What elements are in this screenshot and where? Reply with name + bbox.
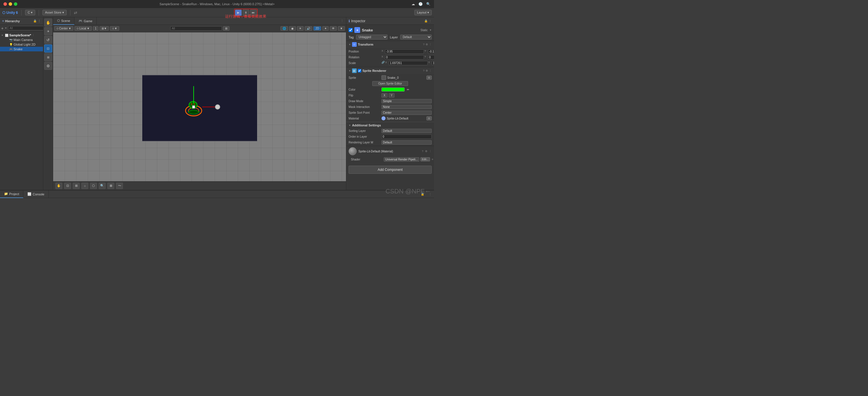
shader-edit-button[interactable]: Edit... bbox=[421, 157, 430, 161]
scene-more-icon[interactable]: ⋮ bbox=[338, 19, 346, 23]
sorting-layer-select[interactable]: Default bbox=[381, 129, 432, 133]
center-dropdown[interactable]: ⊹ Center ▼ bbox=[54, 26, 73, 31]
color-swatch[interactable] bbox=[381, 87, 405, 91]
bottom-more-icon[interactable]: ⋮ bbox=[427, 192, 434, 196]
tab-console[interactable]: ⬜ Console bbox=[23, 190, 49, 198]
scene-effect-icon[interactable]: ✦ bbox=[322, 26, 329, 31]
scene-item[interactable]: ▼ ⬜ SampleScene* ⋮ bbox=[0, 33, 43, 37]
scene-search-icon[interactable]: ⊞ bbox=[223, 26, 229, 31]
scene-view[interactable] bbox=[53, 32, 346, 181]
material-help-icon[interactable]: ? bbox=[422, 150, 423, 153]
lock-icon[interactable]: 🔒 bbox=[33, 19, 37, 23]
rendering-layer-select[interactable]: Default bbox=[381, 140, 432, 145]
color-eyedropper-icon[interactable]: ✏ bbox=[407, 88, 409, 91]
account-button[interactable]: C ▾ bbox=[25, 10, 35, 15]
scale-x-input[interactable] bbox=[389, 61, 428, 65]
bottom-rect-tool[interactable]: ⊡ bbox=[64, 183, 71, 189]
scene-sphere-icon[interactable]: ◉ bbox=[289, 26, 296, 31]
flip-x-button[interactable]: X bbox=[381, 93, 388, 97]
additional-settings-header[interactable]: ▼ Additional Settings bbox=[346, 123, 434, 128]
more-icon[interactable]: ⋮ bbox=[38, 19, 41, 23]
bottom-snap-tool[interactable]: ⊠ bbox=[107, 183, 114, 189]
shader-select[interactable]: Universal Render Pipeli... bbox=[384, 157, 419, 162]
scene-search-input[interactable] bbox=[170, 26, 222, 31]
transform-header[interactable]: ▼ ⊹ Transform ? ⚙ ⋮ bbox=[346, 41, 434, 48]
hierarchy-item-maincamera[interactable]: 📷 Main Camera bbox=[0, 37, 43, 42]
scene-hidden-icon[interactable]: 👁 bbox=[330, 26, 337, 31]
material-select-button[interactable]: ⊙ bbox=[427, 116, 432, 120]
close-button[interactable] bbox=[3, 2, 7, 6]
object-active-checkbox[interactable] bbox=[349, 28, 352, 32]
hierarchy-item-globallight[interactable]: 💡 Global Light 2D bbox=[0, 42, 43, 47]
step-button[interactable]: ⏭ bbox=[250, 9, 257, 16]
tag-select[interactable]: Untagged bbox=[356, 35, 388, 39]
tab-project[interactable]: 📁 Project bbox=[0, 190, 23, 198]
shader-list-icon[interactable]: ≡ bbox=[432, 158, 433, 161]
static-arrow[interactable]: ▼ bbox=[429, 29, 432, 31]
sr-settings-icon[interactable]: ⚙ bbox=[426, 69, 428, 72]
maximize-button[interactable] bbox=[14, 2, 17, 6]
hierarchy-item-snake[interactable]: 🎮 Snake bbox=[0, 47, 43, 51]
object-name-input[interactable] bbox=[362, 28, 419, 32]
pos-x-input[interactable] bbox=[385, 49, 424, 54]
scene-audio-icon[interactable]: 🔊 bbox=[305, 26, 312, 31]
draw-mode-select[interactable]: Simple bbox=[381, 99, 432, 103]
bottom-lock-icon[interactable]: 🔒 bbox=[418, 192, 427, 196]
sr-help-icon[interactable]: ? bbox=[423, 69, 425, 72]
bottom-search-btn[interactable]: 🔍 bbox=[99, 183, 105, 189]
rot-y-input[interactable] bbox=[428, 55, 434, 59]
rotate-tool[interactable]: ↺ bbox=[44, 36, 52, 44]
bottom-circle-tool[interactable]: ○ bbox=[82, 183, 88, 189]
pos-y-input[interactable] bbox=[428, 49, 434, 54]
scene-more-icon[interactable]: ⋮ bbox=[32, 34, 35, 37]
scene-globe-icon[interactable]: 🌐 bbox=[280, 26, 288, 31]
sprite-renderer-header[interactable]: ▼ ▤ Sprite Renderer ? ⚙ ⋮ bbox=[346, 67, 434, 74]
move-tool[interactable]: ✈ bbox=[44, 27, 52, 35]
tab-scene[interactable]: ⬡ Scene bbox=[53, 17, 74, 25]
asset-store-button[interactable]: Asset Store ▾ bbox=[42, 10, 67, 15]
scale-tool[interactable]: ⊞ bbox=[44, 53, 52, 61]
scale-y-input[interactable] bbox=[432, 61, 434, 65]
sprite-select-button[interactable]: ⊙ bbox=[427, 75, 432, 80]
inspector-more-icon[interactable]: ⋮ bbox=[429, 19, 432, 23]
scene-more-btn[interactable]: ▼ bbox=[338, 26, 345, 31]
minimize-button[interactable] bbox=[9, 2, 12, 6]
order-in-layer-input[interactable] bbox=[381, 134, 432, 139]
material-more-icon[interactable]: ⋮ bbox=[429, 150, 432, 153]
sr-more-icon[interactable]: ⋮ bbox=[429, 69, 432, 72]
gizmos-dropdown[interactable]: ⊹▼ bbox=[110, 26, 119, 31]
grid-control[interactable]: 1 bbox=[93, 26, 99, 31]
sprite-sort-point-select[interactable]: Center bbox=[381, 111, 432, 115]
scale-lock-icon[interactable]: 🔗 bbox=[381, 61, 385, 65]
layout-button[interactable]: Layout ▾ bbox=[414, 10, 432, 15]
snake-object[interactable] bbox=[182, 95, 205, 119]
rot-x-input[interactable] bbox=[385, 55, 424, 59]
bottom-grid-tool[interactable]: ⊞ bbox=[73, 183, 80, 189]
layer-select[interactable]: Default bbox=[400, 35, 432, 39]
play-button[interactable]: ▶ bbox=[235, 9, 242, 16]
bottom-wave-tool[interactable]: 〜 bbox=[116, 183, 123, 189]
custom-tool[interactable]: ⚙ bbox=[44, 62, 52, 70]
material-settings-icon[interactable]: ⚙ bbox=[425, 150, 427, 153]
transform-more-icon[interactable]: ⋮ bbox=[429, 43, 432, 46]
transform-help-icon[interactable]: ? bbox=[423, 43, 425, 46]
bottom-hand-tool[interactable]: ✋ bbox=[55, 183, 62, 189]
rect-tool[interactable]: ⊡ bbox=[44, 44, 52, 53]
mask-interaction-select[interactable]: None bbox=[381, 105, 432, 109]
local-dropdown[interactable]: ⊹ Local ▼ bbox=[74, 26, 92, 31]
scene-light-icon[interactable]: ☀ bbox=[297, 26, 304, 31]
sprite-renderer-checkbox[interactable] bbox=[358, 69, 361, 72]
hand-tool[interactable]: ✋ bbox=[44, 19, 52, 27]
add-hierarchy-button[interactable]: + bbox=[1, 26, 3, 31]
transform-settings-icon[interactable]: ⚙ bbox=[426, 43, 428, 46]
pause-button[interactable]: ⏸ bbox=[242, 9, 249, 16]
scene-2d-button[interactable]: 2D bbox=[313, 26, 321, 31]
flip-y-button[interactable]: Y bbox=[389, 93, 395, 97]
open-sprite-editor-button[interactable]: Open Sprite Editor bbox=[372, 81, 408, 86]
inspector-lock-icon[interactable]: 🔒 bbox=[424, 19, 428, 23]
grid-snapping[interactable]: ⊞▼ bbox=[99, 26, 109, 31]
bottom-paint-tool[interactable]: ⬡ bbox=[90, 183, 97, 189]
hierarchy-search-input[interactable] bbox=[8, 26, 48, 30]
add-component-button[interactable]: Add Component bbox=[349, 166, 432, 174]
tab-game[interactable]: 🎮 Game bbox=[74, 17, 97, 25]
